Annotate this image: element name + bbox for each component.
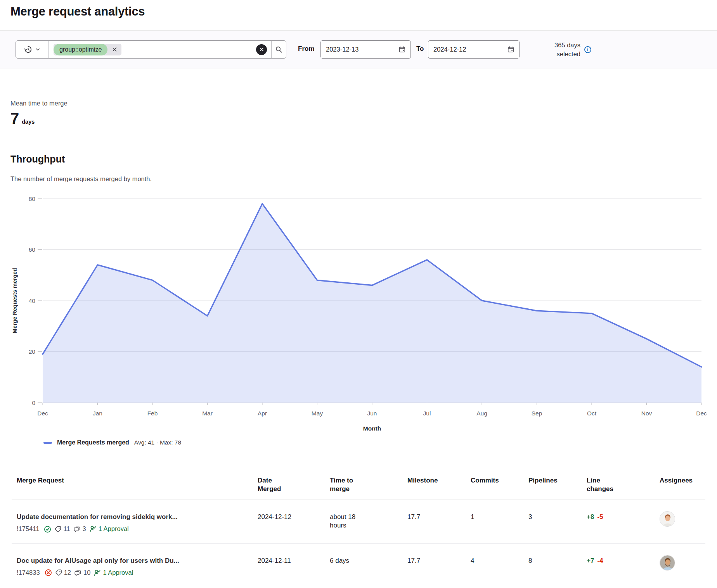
col-header-date-merged: Date Merged [258, 476, 293, 493]
x-tick-label: Nov [641, 410, 652, 417]
approval-text: 1 Approval [103, 569, 133, 577]
legend-stats: Avg: 41 · Max: 78 [134, 439, 181, 446]
x-tick-label: Dec [37, 410, 48, 417]
y-tick-label: 80 [29, 195, 36, 202]
pipelines-cell: 8 [528, 544, 587, 575]
date-to-input[interactable] [433, 46, 507, 53]
milestone-cell: 17.7 [407, 500, 471, 531]
x-tick-label: Jul [423, 410, 431, 417]
date-merged-cell: 2024-12-12 [258, 500, 330, 531]
search-submit-button[interactable] [271, 41, 286, 58]
info-icon[interactable] [584, 46, 592, 54]
days-selected-text: 365 days selected [542, 41, 580, 58]
check-circle-icon [44, 526, 51, 533]
line-changes-cell: +7 -4 [587, 544, 660, 575]
metric-label: Mean time to merge [10, 100, 68, 107]
merge-request-id[interactable]: !174833 [17, 569, 40, 577]
x-tick-label: Feb [147, 410, 158, 417]
x-tick-label: Aug [476, 410, 487, 417]
search-token-area: group::optimize [48, 41, 271, 58]
days-selected: 365 days selected [542, 40, 594, 59]
label-tag-icon [55, 569, 62, 576]
chevron-down-icon [35, 47, 40, 52]
deletions: -5 [597, 513, 603, 521]
search-icon [275, 46, 282, 53]
line-changes-cell: +8 -5 [587, 500, 660, 531]
comments-count: 3 [83, 525, 86, 533]
commits-cell: 4 [471, 544, 528, 575]
filter-token-label: group::optimize [54, 44, 107, 55]
label-tag-icon [55, 526, 61, 533]
table-row: Update documentation for removing sideki… [12, 500, 705, 544]
x-tick-label: Jun [367, 410, 377, 417]
table-header-row: Merge Request Date Merged Time to merge … [12, 476, 705, 500]
token-remove-icon[interactable] [107, 44, 121, 55]
labels-count: 12 [64, 569, 71, 577]
x-tick-label: Mar [202, 410, 213, 417]
col-header-line-changes: Line changes [587, 476, 622, 493]
x-circle-icon [45, 569, 52, 576]
page-title: Merge request analytics [10, 5, 145, 19]
milestone-cell: 17.7 [407, 544, 471, 575]
x-tick-label: Sep [532, 410, 542, 417]
x-tick-label: Apr [258, 410, 267, 417]
throughput-chart: 020406080DecJanFebMarAprMayJunJulAugSepO… [10, 165, 707, 436]
col-header-milestone: Milestone [407, 476, 471, 493]
search-input[interactable] [123, 41, 255, 58]
filter-token[interactable]: group::optimize [54, 44, 121, 55]
metric-value-row: 7 days [10, 110, 35, 127]
y-tick-label: 40 [29, 297, 36, 304]
y-tick-label: 60 [29, 246, 36, 253]
merge-request-meta: !174833 12 10 [17, 569, 258, 577]
date-from-input[interactable] [326, 46, 399, 53]
filter-bar: group::optimize From [0, 31, 717, 69]
date-to-field [428, 40, 520, 59]
from-label: From [298, 45, 315, 53]
merge-request-title-link[interactable]: Update documentation for removing sideki… [17, 513, 258, 521]
x-tick-label: Oct [587, 410, 597, 417]
calendar-icon[interactable] [399, 46, 405, 53]
pipelines-cell: 3 [528, 500, 587, 531]
col-header-commits: Commits [471, 476, 528, 493]
metric-unit: days [22, 119, 35, 125]
merge-request-id[interactable]: !175411 [17, 525, 39, 533]
date-merged-cell: 2024-12-11 [258, 544, 330, 575]
history-icon [24, 45, 33, 54]
deletions: -4 [597, 557, 603, 565]
merge-request-analytics-page: Merge request analytics group::opti [0, 0, 717, 588]
col-header-assignees: Assignees [660, 476, 705, 493]
x-tick-label: Dec [696, 410, 707, 417]
y-tick-label: 20 [29, 348, 36, 355]
time-to-merge-cell: about 18 hours [330, 500, 363, 540]
throughput-title: Throughput [10, 154, 65, 165]
clear-search-button[interactable] [256, 44, 267, 55]
merge-request-cell: Doc update for AiUsage api only for user… [12, 544, 258, 587]
assignees-cell [660, 544, 705, 581]
approval-text: 1 Approval [99, 525, 129, 533]
col-header-pipelines: Pipelines [528, 476, 587, 493]
area-fill [43, 204, 701, 403]
y-axis-title: Merge Requests merged [12, 268, 18, 333]
table-row: Doc update for AiUsage api only for user… [12, 544, 705, 587]
chart-legend[interactable]: Merge Requests merged Avg: 41 · Max: 78 [43, 439, 181, 446]
filtered-search-box: group::optimize [16, 40, 286, 59]
merge-request-table: Merge Request Date Merged Time to merge … [12, 476, 705, 587]
search-history-dropdown[interactable] [16, 41, 48, 58]
approval-badge: 1 Approval [94, 569, 133, 577]
col-header-time-to-merge: Time to merge [330, 476, 362, 493]
avatar[interactable] [660, 511, 675, 527]
avatar[interactable] [660, 555, 675, 571]
to-label: To [416, 45, 424, 53]
calendar-icon[interactable] [507, 46, 514, 53]
merge-request-meta: !175411 11 3 [17, 525, 258, 533]
time-to-merge-cell: 6 days [330, 544, 363, 575]
x-axis-title: Month [363, 425, 381, 432]
throughput-chart-svg: 020406080DecJanFebMarAprMayJunJulAugSepO… [10, 165, 707, 436]
merge-request-title-link[interactable]: Doc update for AiUsage api only for user… [17, 557, 258, 565]
comments-icon [74, 569, 81, 576]
additions: +7 [587, 557, 594, 565]
metric-value: 7 [10, 110, 19, 127]
additions: +8 [587, 513, 594, 521]
legend-swatch [43, 442, 52, 444]
col-header-merge-request: Merge Request [12, 476, 258, 493]
